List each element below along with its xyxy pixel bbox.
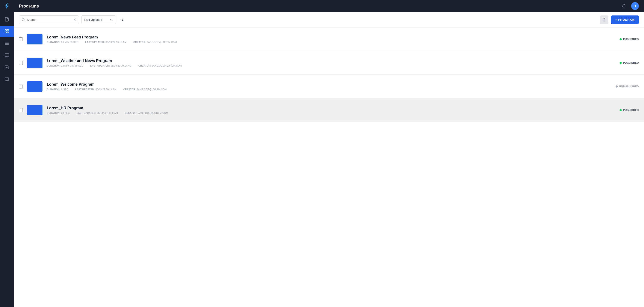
program-name: Lorem_Weather and News Program	[47, 59, 609, 63]
sort-direction-button[interactable]	[118, 16, 126, 24]
document-icon	[4, 17, 9, 22]
sidebar-nav	[0, 12, 14, 85]
sidebar-item-chat[interactable]	[0, 74, 14, 85]
user-avatar[interactable]: J	[631, 2, 639, 10]
program-checkbox[interactable]	[19, 108, 23, 112]
trash-icon	[602, 18, 606, 22]
program-name: Lorem_News Feed Program	[47, 35, 609, 40]
program-row[interactable]: Lorem_News Feed Program DURATION: 59 MIN…	[14, 28, 644, 51]
program-checkbox[interactable]	[19, 85, 23, 89]
program-duration: DURATION: 0 SEC	[47, 88, 68, 91]
program-creator: CREATOR: JANE.DOE@LOREM.COM	[134, 41, 177, 43]
program-last-updated: LAST UPDATED: 05/19/22 10:15 AM	[85, 41, 126, 43]
lightning-icon	[4, 3, 10, 10]
program-duration: DURATION: 1 HR 0 MIN 59 SEC	[47, 64, 84, 67]
svg-rect-9	[5, 54, 9, 57]
status-text: PUBLISHED	[623, 38, 639, 41]
bell-icon	[622, 4, 626, 8]
sort-down-icon	[120, 18, 124, 22]
search-icon	[22, 18, 25, 22]
sort-dropdown[interactable]: Last Updated	[82, 16, 116, 24]
program-info: Lorem_HR Program DURATION: 20 SEC LAST U…	[47, 106, 609, 114]
sidebar-item-document[interactable]	[0, 14, 14, 25]
sidebar-item-checklist[interactable]	[0, 62, 14, 73]
program-status: PUBLISHED	[613, 61, 639, 64]
sidebar	[0, 0, 14, 307]
main-content: Programs J ✕ Last Updated	[14, 0, 644, 307]
program-meta: DURATION: 20 SEC LAST UPDATED: 05/11/22 …	[47, 112, 609, 114]
program-info: Lorem_Welcome Program DURATION: 0 SEC LA…	[47, 82, 609, 91]
programs-list: Lorem_News Feed Program DURATION: 59 MIN…	[14, 28, 644, 307]
display-icon	[4, 53, 9, 58]
program-name: Lorem_HR Program	[47, 106, 609, 110]
program-duration: DURATION: 20 SEC	[47, 112, 70, 114]
program-info: Lorem_Weather and News Program DURATION:…	[47, 59, 609, 67]
program-checkbox[interactable]	[19, 61, 23, 65]
search-clear-button[interactable]: ✕	[73, 18, 76, 22]
status-text: PUBLISHED	[623, 61, 639, 64]
header: Programs J	[14, 0, 644, 12]
program-status: PUBLISHED	[613, 38, 639, 41]
chat-icon	[4, 77, 9, 82]
notification-button[interactable]	[620, 2, 628, 10]
program-last-updated: LAST UPDATED: 05/19/22 10:14 AM	[90, 64, 132, 67]
svg-rect-4	[5, 32, 6, 33]
program-thumbnail	[27, 105, 42, 115]
program-thumbnail	[27, 81, 42, 92]
program-row[interactable]: Lorem_Welcome Program DURATION: 0 SEC LA…	[14, 75, 644, 98]
status-dot	[616, 86, 618, 88]
status-text: PUBLISHED	[623, 109, 639, 112]
sort-label: Last Updated	[84, 18, 102, 22]
program-last-updated: LAST UPDATED: 05/19/22 10:14 AM	[75, 88, 116, 91]
page-title: Programs	[19, 4, 39, 9]
program-creator: CREATOR: JANE.DOE@LOREM.COM	[125, 112, 168, 114]
header-actions: J	[620, 2, 639, 10]
program-meta: DURATION: 59 MIN 59 SEC LAST UPDATED: 05…	[47, 41, 609, 43]
sidebar-item-list[interactable]	[0, 38, 14, 49]
add-program-label: + PROGRAM	[615, 18, 634, 22]
status-dot	[620, 38, 622, 40]
status-dot	[620, 62, 622, 64]
program-last-updated: LAST UPDATED: 05/11/22 11:20 AM	[76, 112, 118, 114]
program-status: PUBLISHED	[613, 109, 639, 112]
search-wrapper: ✕	[19, 16, 79, 24]
svg-line-13	[24, 21, 25, 21]
list-icon	[4, 41, 9, 46]
status-dot	[620, 109, 622, 111]
program-row[interactable]: Lorem_Weather and News Program DURATION:…	[14, 51, 644, 75]
svg-point-12	[22, 19, 24, 21]
search-input[interactable]	[27, 18, 72, 22]
program-name: Lorem_Welcome Program	[47, 82, 609, 87]
program-status: UNPUBLISHED	[613, 85, 639, 88]
program-checkbox[interactable]	[19, 37, 23, 41]
program-creator: CREATOR: JANE.DOE@LOREM.COM	[123, 88, 167, 91]
program-thumbnail	[27, 58, 42, 68]
program-duration: DURATION: 59 MIN 59 SEC	[47, 41, 78, 43]
toolbar: ✕ Last Updated + PROGRAM	[14, 12, 644, 28]
sidebar-logo[interactable]	[0, 0, 14, 12]
program-meta: DURATION: 0 SEC LAST UPDATED: 05/19/22 1…	[47, 88, 609, 91]
grid-icon	[4, 29, 9, 34]
svg-rect-5	[7, 32, 8, 33]
add-program-button[interactable]: + PROGRAM	[611, 16, 639, 24]
program-row[interactable]: Lorem_HR Program DURATION: 20 SEC LAST U…	[14, 98, 644, 122]
checklist-icon	[4, 65, 9, 70]
chevron-down-icon	[110, 18, 113, 22]
svg-rect-2	[5, 30, 6, 31]
status-text: UNPUBLISHED	[619, 85, 639, 88]
svg-rect-3	[7, 30, 8, 31]
program-info: Lorem_News Feed Program DURATION: 59 MIN…	[47, 35, 609, 43]
program-thumbnail	[27, 34, 42, 45]
program-creator: CREATOR: JANE.DOE@LOREM.COM	[138, 64, 182, 67]
program-meta: DURATION: 1 HR 0 MIN 59 SEC LAST UPDATED…	[47, 64, 609, 67]
delete-button[interactable]	[600, 16, 608, 24]
sidebar-item-display[interactable]	[0, 50, 14, 61]
sidebar-item-programs[interactable]	[0, 26, 14, 37]
